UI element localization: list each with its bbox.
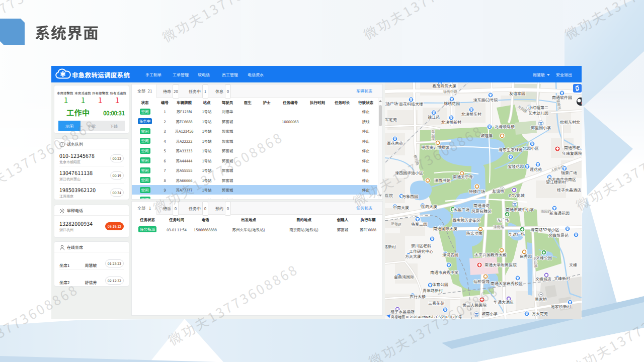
svg-text:年康复医院: 年康复医院 bbox=[562, 150, 582, 156]
svg-text:花军宅苑: 花军宅苑 bbox=[385, 117, 397, 122]
svg-text:小红帽第二: 小红帽第二 bbox=[528, 105, 548, 110]
svg-text:望江楼新村: 望江楼新村 bbox=[546, 179, 566, 185]
svg-text:华达广场: 华达广场 bbox=[509, 231, 525, 237]
svg-text:启秀园: 启秀园 bbox=[520, 253, 532, 259]
svg-text:钟楼广场: 钟楼广场 bbox=[469, 189, 485, 194]
svg-text:文峰公园: 文峰公园 bbox=[536, 255, 552, 260]
svg-text:西南营历史街区: 西南营历史街区 bbox=[452, 217, 480, 223]
svg-text:南通大学启秀校区: 南通大学启秀校区 bbox=[491, 281, 523, 286]
svg-text:北濠桥新村: 北濠桥新村 bbox=[441, 119, 461, 125]
svg-text:宝隆花园: 宝隆花园 bbox=[508, 163, 524, 169]
svg-text:仙桥馄饨: 仙桥馄饨 bbox=[473, 279, 490, 284]
svg-text:方天大厦: 方天大厦 bbox=[405, 253, 421, 259]
svg-text:中国审计博物馆: 中国审计博物馆 bbox=[421, 144, 449, 150]
svg-text:濠南路32号小区: 濠南路32号小区 bbox=[531, 227, 559, 232]
svg-text:城南小学: 城南小学 bbox=[481, 311, 498, 316]
svg-text:高德地图 © 2020 AutoNavi - GS(2018: 高德地图 © 2020 AutoNavi - GS(2018)1709号 bbox=[391, 314, 462, 319]
svg-text:中南大厦: 中南大厦 bbox=[393, 205, 409, 210]
svg-text:南通软件园: 南通软件园 bbox=[552, 95, 572, 100]
svg-text:锦绣花园: 锦绣花园 bbox=[444, 101, 460, 106]
svg-text:濠西书苑: 濠西书苑 bbox=[434, 177, 450, 183]
svg-text:濠河名园: 濠河名园 bbox=[442, 252, 458, 257]
svg-text:万象西园: 万象西园 bbox=[402, 194, 418, 199]
svg-text:金鼎湾国际: 金鼎湾国际 bbox=[394, 274, 414, 280]
svg-text:北濠桥东村: 北濠桥东村 bbox=[461, 111, 481, 117]
svg-text:建路新村: 建路新村 bbox=[385, 244, 396, 249]
svg-text:锦江苑: 锦江苑 bbox=[428, 114, 440, 120]
svg-text:百花南苑: 百花南苑 bbox=[387, 140, 403, 146]
svg-text:生活广场: 生活广场 bbox=[385, 101, 398, 106]
svg-text:莲花苑: 莲花苑 bbox=[530, 166, 542, 172]
svg-text:濠东路63号院: 濠东路63号院 bbox=[473, 97, 498, 103]
svg-text:北园小区: 北园小区 bbox=[523, 145, 539, 151]
svg-text:COV影城: COV影城 bbox=[509, 193, 525, 198]
svg-text:濠南路: 濠南路 bbox=[494, 224, 504, 229]
svg-text:青年路新村: 青年路新村 bbox=[423, 288, 443, 293]
svg-text:将军二园: 将军二园 bbox=[411, 221, 427, 227]
svg-text:桔子水晶酒店: 桔子水晶酒店 bbox=[390, 309, 415, 314]
svg-text:医院: 医院 bbox=[385, 193, 393, 198]
svg-text:北濠顺适楼: 北濠顺适楼 bbox=[495, 124, 515, 129]
svg-text:第三人民医院: 第三人民医院 bbox=[462, 302, 487, 308]
svg-text:桂子水晶酒店: 桂子水晶酒店 bbox=[557, 187, 581, 193]
svg-text:文峰新村: 文峰新村 bbox=[554, 276, 570, 281]
svg-text:太平兴国教寺大殿: 太平兴国教寺大殿 bbox=[474, 252, 507, 257]
svg-text:陈实功像: 陈实功像 bbox=[466, 230, 482, 236]
svg-text:友谊桥: 友谊桥 bbox=[492, 188, 504, 194]
svg-text:农行大楼: 农行大楼 bbox=[410, 294, 426, 299]
svg-text:南通大学附属医院: 南通大学附属医院 bbox=[485, 262, 517, 267]
svg-text:南通市老: 南通市老 bbox=[564, 145, 580, 150]
svg-text:南通市城中小学: 南通市城中小学 bbox=[506, 207, 534, 212]
svg-text:新海通花园: 新海通花园 bbox=[549, 210, 570, 216]
svg-text:方大花苑: 方大花苑 bbox=[532, 311, 548, 316]
svg-text:瑞景广场: 瑞景广场 bbox=[561, 170, 577, 175]
svg-text:城隍庙: 城隍庙 bbox=[480, 133, 493, 138]
svg-text:易家桥: 易家桥 bbox=[535, 296, 547, 302]
svg-text:濠东生态绿地: 濠东生态绿地 bbox=[499, 147, 523, 152]
svg-text:医药大厦: 医药大厦 bbox=[421, 204, 437, 209]
svg-text:钟秀中路: 钟秀中路 bbox=[443, 89, 457, 95]
svg-text:三喜花苑: 三喜花苑 bbox=[428, 300, 444, 306]
svg-text:体育公园: 体育公园 bbox=[432, 282, 448, 287]
svg-text:华通大酒店: 华通大酒店 bbox=[494, 299, 514, 305]
svg-text:文峰: 文峰 bbox=[569, 262, 577, 267]
svg-text:文峰城店: 文峰城店 bbox=[535, 276, 551, 282]
svg-text:北郭东村北: 北郭东村北 bbox=[560, 119, 580, 125]
svg-text:易家桥新村: 易家桥新村 bbox=[551, 304, 571, 309]
svg-text:濠西园华途小区: 濠西园华途小区 bbox=[395, 170, 423, 175]
svg-text:南通濠河: 南通濠河 bbox=[473, 203, 490, 208]
svg-text:艺术幼儿园: 艺术幼儿园 bbox=[528, 110, 548, 116]
svg-text:水晶广场: 水晶广场 bbox=[453, 207, 469, 212]
svg-text:百花科技大楼: 百花科技大楼 bbox=[399, 101, 423, 107]
svg-text:风景名胜区: 风景名胜区 bbox=[471, 208, 492, 214]
svg-text:崇川区老龄: 崇川区老龄 bbox=[411, 243, 431, 248]
svg-text:南通市启秀中学: 南通市启秀中学 bbox=[430, 269, 458, 275]
svg-text:横河路: 横河路 bbox=[431, 130, 436, 141]
svg-text:东广场: 东广场 bbox=[497, 217, 509, 223]
svg-text:文峰恰景苑: 文峰恰景苑 bbox=[548, 232, 569, 238]
svg-text:友谊家园: 友谊家园 bbox=[509, 90, 525, 96]
svg-text:南通天宁寺: 南通天宁寺 bbox=[453, 174, 473, 179]
svg-text:南通国际大厦: 南通国际大厦 bbox=[433, 226, 457, 231]
svg-text:郭里园小学: 郭里园小学 bbox=[531, 125, 551, 130]
svg-text:鑫茂商务大厦: 鑫茂商务大厦 bbox=[432, 83, 456, 88]
